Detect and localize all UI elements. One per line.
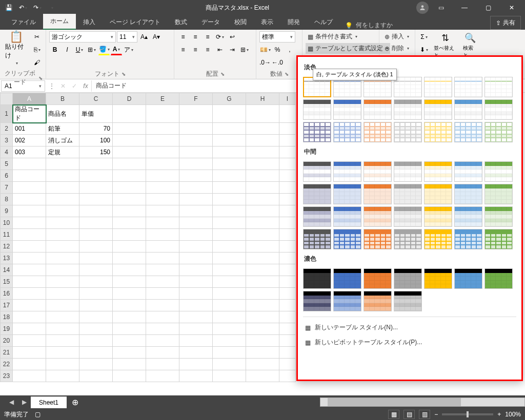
- table-style-swatch[interactable]: [484, 161, 513, 182]
- autosum-icon[interactable]: Σ▾: [418, 31, 430, 43]
- col-header-i[interactable]: I: [279, 93, 296, 105]
- tab-help[interactable]: ヘルプ: [307, 15, 340, 30]
- row-header[interactable]: 13: [1, 253, 13, 264]
- italic-button[interactable]: I: [62, 44, 73, 55]
- spreadsheet-grid[interactable]: A B C D E F G H I 1商品コード商品名単価 2001鉛筆70 3…: [0, 93, 296, 382]
- table-style-swatch[interactable]: [424, 268, 452, 289]
- table-style-swatch[interactable]: [454, 229, 482, 249]
- tab-formulas[interactable]: 数式: [168, 15, 194, 30]
- decrease-font-icon[interactable]: A▾: [151, 31, 162, 43]
- table-style-swatch[interactable]: [333, 161, 361, 182]
- font-size-combo[interactable]: 11▾: [117, 31, 137, 43]
- table-style-swatch[interactable]: [303, 122, 331, 142]
- macro-record-icon[interactable]: ▢: [35, 411, 41, 418]
- row-header[interactable]: 22: [1, 359, 13, 370]
- table-style-swatch[interactable]: [394, 184, 422, 204]
- save-icon[interactable]: 💾: [2, 1, 15, 14]
- phonetic-button[interactable]: ア▾: [123, 44, 134, 55]
- comma-format-icon[interactable]: ,: [284, 44, 295, 55]
- cell-a3[interactable]: 002: [13, 135, 46, 146]
- table-style-swatch[interactable]: [484, 229, 513, 249]
- row-header[interactable]: 9: [1, 205, 13, 217]
- table-style-swatch[interactable]: [394, 229, 422, 249]
- row-header[interactable]: 5: [1, 158, 13, 170]
- table-style-swatch[interactable]: [333, 122, 361, 142]
- cell-a1[interactable]: 商品コード: [13, 105, 46, 123]
- table-style-swatch[interactable]: [454, 184, 482, 204]
- table-style-swatch[interactable]: [394, 206, 422, 227]
- merge-cells-icon[interactable]: ⊞▾: [239, 44, 250, 55]
- align-top-icon[interactable]: ≡: [177, 31, 189, 43]
- add-sheet-icon[interactable]: ⊕: [67, 397, 84, 407]
- border-button[interactable]: ⊞▾: [86, 44, 97, 55]
- font-launcher-icon[interactable]: ⬊: [122, 71, 126, 77]
- share-button[interactable]: ⇪ 共有: [490, 16, 521, 30]
- table-style-swatch[interactable]: [394, 161, 422, 182]
- row-header[interactable]: 2: [1, 123, 13, 135]
- underline-button[interactable]: U▾: [74, 44, 85, 55]
- table-style-swatch[interactable]: [454, 268, 482, 289]
- zoom-in-icon[interactable]: +: [497, 411, 501, 418]
- col-header-d[interactable]: D: [113, 93, 146, 105]
- cell-c1[interactable]: 単価: [79, 105, 113, 123]
- table-style-swatch[interactable]: [364, 161, 392, 182]
- row-header[interactable]: 4: [1, 146, 13, 158]
- row-header[interactable]: 8: [1, 194, 13, 205]
- cell-b2[interactable]: 鉛筆: [46, 123, 79, 135]
- table-style-swatch[interactable]: [454, 99, 482, 120]
- font-color-button[interactable]: A▾: [111, 44, 122, 55]
- row-header[interactable]: 1: [1, 105, 13, 123]
- number-launcher-icon[interactable]: ⬊: [285, 71, 289, 77]
- fill-icon[interactable]: ⬇▾: [418, 44, 430, 55]
- enter-formula-icon[interactable]: ✓: [69, 80, 80, 92]
- align-left-icon[interactable]: ≡: [177, 44, 189, 55]
- align-middle-icon[interactable]: ≡: [190, 31, 201, 43]
- indent-decrease-icon[interactable]: ⇤: [214, 44, 226, 55]
- table-style-swatch[interactable]: [333, 206, 361, 227]
- qat-customize-icon[interactable]: ▾: [45, 1, 58, 14]
- table-style-swatch[interactable]: [454, 206, 482, 227]
- cell-b3[interactable]: 消しゴム: [46, 135, 79, 146]
- sheet-tab[interactable]: Sheet1: [31, 396, 67, 408]
- table-style-swatch[interactable]: [424, 77, 452, 97]
- cell-c4[interactable]: 150: [79, 146, 113, 158]
- zoom-slider[interactable]: [442, 413, 493, 415]
- table-style-swatch[interactable]: [364, 122, 392, 142]
- increase-font-icon[interactable]: A▴: [138, 31, 150, 43]
- cell-a2[interactable]: 001: [13, 123, 46, 135]
- bold-button[interactable]: B: [49, 44, 60, 55]
- col-header-c[interactable]: C: [79, 93, 113, 105]
- table-style-swatch[interactable]: [454, 161, 482, 182]
- table-style-swatch[interactable]: [424, 229, 452, 249]
- wrap-text-icon[interactable]: ↩: [227, 31, 238, 43]
- row-header[interactable]: 15: [1, 276, 13, 288]
- table-style-swatch[interactable]: [364, 206, 392, 227]
- font-name-combo[interactable]: 游ゴシック▾: [49, 31, 116, 43]
- table-style-swatch[interactable]: [364, 99, 392, 120]
- table-style-swatch[interactable]: [303, 206, 331, 227]
- align-launcher-icon[interactable]: ⬊: [220, 71, 225, 77]
- row-header[interactable]: 11: [1, 229, 13, 241]
- table-style-swatch[interactable]: [424, 184, 452, 204]
- table-style-swatch[interactable]: [454, 122, 482, 142]
- table-style-swatch[interactable]: [333, 184, 361, 204]
- table-style-swatch[interactable]: [303, 291, 331, 311]
- table-style-swatch[interactable]: [333, 229, 361, 249]
- tab-home[interactable]: ホーム: [43, 14, 76, 30]
- tab-view[interactable]: 表示: [254, 15, 280, 30]
- table-style-swatch[interactable]: [484, 122, 513, 142]
- col-header-h[interactable]: H: [246, 93, 279, 105]
- minimize-icon[interactable]: —: [453, 0, 476, 15]
- table-style-swatch[interactable]: [394, 268, 422, 289]
- number-format-combo[interactable]: 標準▾: [259, 31, 295, 43]
- format-as-table-button[interactable]: ▦テーブルとして書式設定▾: [306, 43, 390, 54]
- row-header[interactable]: 19: [1, 323, 13, 335]
- sheet-nav-next-icon[interactable]: ▶: [18, 398, 31, 406]
- zoom-out-icon[interactable]: −: [434, 411, 438, 418]
- table-style-swatch[interactable]: [484, 268, 513, 289]
- table-style-swatch[interactable]: [484, 184, 513, 204]
- cut-icon[interactable]: ✂: [31, 31, 43, 43]
- row-header[interactable]: 17: [1, 300, 13, 311]
- fx-icon[interactable]: fx: [80, 80, 91, 92]
- align-bottom-icon[interactable]: ≡: [202, 31, 213, 43]
